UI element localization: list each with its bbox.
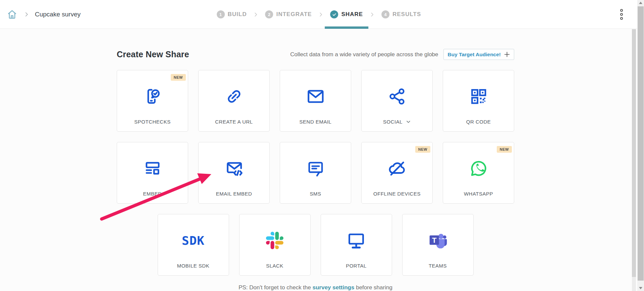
card-sms[interactable]: SMS: [280, 142, 351, 204]
inner-scrollbar[interactable]: [632, 29, 636, 291]
sdk-icon: SDK: [158, 230, 229, 251]
embed-blocks-icon: [117, 158, 188, 179]
share-page: Create New Share Collect data from a wid…: [0, 29, 632, 291]
step-label: RESULTS: [392, 11, 421, 18]
card-mobile-sdk[interactable]: SDKMOBILE SDK: [158, 214, 229, 276]
new-badge: NEW: [415, 146, 430, 153]
card-label-sms: SMS: [280, 191, 351, 197]
card-label-spotchecks: SPOTCHECKS: [117, 119, 188, 125]
browser-scrollbar-thumb[interactable]: [638, 6, 644, 281]
card-label-teams: TEAMS: [402, 263, 473, 269]
card-email-embed[interactable]: EMAIL EMBED: [198, 142, 270, 204]
step-number: 2: [265, 10, 273, 18]
scroll-up-arrow-icon[interactable]: [637, 0, 644, 6]
card-teams[interactable]: TTEAMS: [402, 214, 474, 276]
step-separator-chevron-icon: [370, 12, 375, 17]
inner-scrollbar-thumb[interactable]: [632, 29, 636, 277]
card-label-social: SOCIAL: [362, 119, 432, 125]
step-results[interactable]: 4RESULTS: [381, 0, 421, 29]
breadcrumb: Cupcake survey: [6, 0, 80, 29]
card-label-send-email: SEND EMAIL: [280, 119, 351, 125]
ps-note-prefix: PS: Don't forget to check the: [238, 284, 313, 291]
chevron-right-icon: [23, 11, 30, 17]
step-separator-chevron-icon: [254, 12, 259, 17]
step-label: INTEGRATE: [276, 11, 312, 18]
step-integrate[interactable]: 2INTEGRATE: [265, 0, 312, 29]
new-badge: NEW: [497, 146, 512, 153]
envelope-icon: [280, 86, 351, 107]
share-nodes-icon: [362, 86, 432, 107]
step-number: 1: [217, 10, 225, 18]
browser-scrollbar[interactable]: [637, 0, 644, 291]
step-label: BUILD: [228, 11, 247, 18]
card-row-1: NEW SPOTCHECKS CREATE A URL SEND EMAIL S…: [117, 70, 514, 132]
card-whatsapp[interactable]: NEW WHATSAPP: [443, 142, 514, 204]
plus-icon: [504, 52, 510, 57]
card-social[interactable]: SOCIAL: [361, 70, 433, 132]
buy-target-audience-button[interactable]: Buy Target Audience!: [443, 49, 514, 60]
step-separator-chevron-icon: [319, 12, 324, 17]
card-embed[interactable]: EMBED: [117, 142, 188, 204]
card-row-2: EMBED EMAIL EMBED SMSNEW OFFLINE DEVICES…: [117, 142, 514, 204]
card-portal[interactable]: PORTAL: [321, 214, 392, 276]
card-qr-code[interactable]: QR CODE: [443, 70, 514, 132]
link-icon: [199, 86, 269, 107]
share-options-grid: NEW SPOTCHECKS CREATE A URL SEND EMAIL S…: [117, 70, 514, 286]
card-row-3: SDKMOBILE SDK SLACK PORTAL TTEAMS: [117, 214, 514, 276]
card-offline-devices[interactable]: NEW OFFLINE DEVICES: [361, 142, 433, 204]
card-label-qr-code: QR CODE: [443, 119, 514, 125]
card-label-create-a-url: CREATE A URL: [199, 119, 269, 125]
new-badge: NEW: [171, 74, 186, 81]
breadcrumb-survey-name: Cupcake survey: [35, 11, 80, 18]
ps-note: PS: Don't forget to check the survey set…: [117, 284, 514, 291]
kebab-menu-icon[interactable]: [620, 0, 623, 29]
top-navigation-bar: Cupcake survey 1BUILD2INTEGRATESHARE4RES…: [0, 0, 638, 29]
monitor-icon: [321, 230, 392, 251]
qr-code-icon: [443, 86, 514, 107]
card-spotchecks[interactable]: NEW SPOTCHECKS: [117, 70, 188, 132]
card-label-portal: PORTAL: [321, 263, 392, 269]
card-label-offline-devices: OFFLINE DEVICES: [362, 191, 432, 197]
teams-icon: T: [402, 230, 473, 251]
spotchecks-icon: [117, 86, 188, 107]
svg-text:T: T: [432, 236, 437, 244]
sms-bubble-icon: [280, 158, 351, 179]
page-title: Create New Share: [117, 50, 189, 59]
card-label-embed: EMBED: [117, 191, 188, 197]
ps-note-suffix: before sharing: [354, 284, 392, 291]
scroll-down-arrow-icon[interactable]: [637, 285, 644, 291]
chevron-down-icon[interactable]: [406, 119, 411, 124]
card-label-whatsapp: WHATSAPP: [443, 191, 514, 197]
card-create-a-url[interactable]: CREATE A URL: [198, 70, 270, 132]
cloud-off-icon: [362, 158, 432, 179]
step-build[interactable]: 1BUILD: [217, 0, 247, 29]
card-label-mobile-sdk: MOBILE SDK: [158, 263, 229, 269]
card-slack[interactable]: SLACK: [239, 214, 311, 276]
workflow-steps: 1BUILD2INTEGRATESHARE4RESULTS: [217, 0, 421, 29]
step-check-icon: [330, 10, 338, 18]
card-label-email-embed: EMAIL EMBED: [199, 191, 269, 197]
audience-subtitle: Collect data from a wide variety of peop…: [290, 51, 438, 58]
step-label: SHARE: [341, 11, 363, 18]
survey-settings-link[interactable]: survey settings: [313, 284, 355, 291]
card-label-slack: SLACK: [239, 263, 310, 269]
step-share[interactable]: SHARE: [330, 0, 363, 29]
card-send-email[interactable]: SEND EMAIL: [280, 70, 351, 132]
step-number: 4: [381, 10, 389, 18]
home-icon[interactable]: [6, 8, 18, 20]
slack-icon: [239, 230, 310, 251]
buy-target-audience-label: Buy Target Audience!: [448, 52, 501, 58]
envelope-code-icon: [199, 158, 269, 179]
whatsapp-icon: [443, 158, 514, 179]
